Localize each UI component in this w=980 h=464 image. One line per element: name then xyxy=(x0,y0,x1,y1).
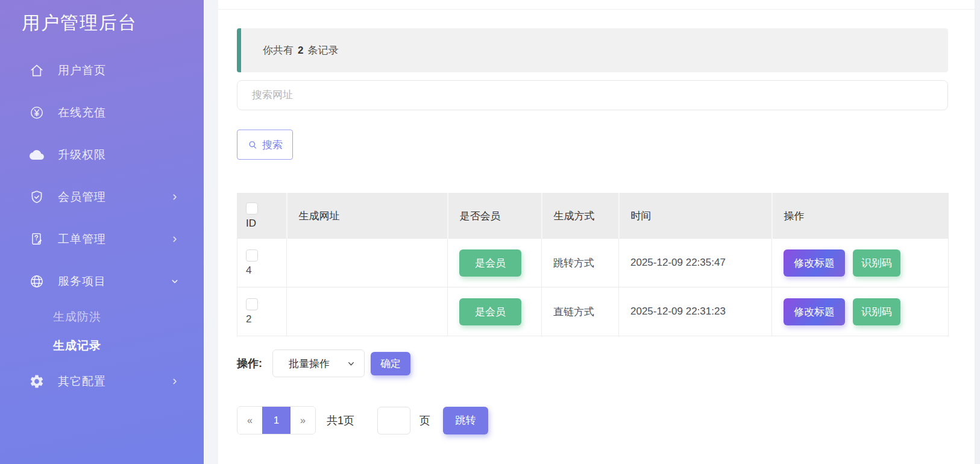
home-icon xyxy=(29,63,45,78)
row-checkbox[interactable] xyxy=(246,298,258,310)
header-id-label: ID xyxy=(246,218,256,230)
chevron-down-icon xyxy=(347,359,356,368)
member-status-badge: 是会员 xyxy=(459,298,521,325)
batch-label: 操作: xyxy=(237,356,262,371)
table-row: 2 是会员 直链方式 2025-12-09 22:31:23 修改标题 识别码 xyxy=(237,287,949,336)
cloud-icon xyxy=(29,147,45,163)
sidebar-item-recharge[interactable]: 在线充值 xyxy=(0,92,204,134)
row-url xyxy=(287,287,448,336)
sidebar-item-label: 服务项目 xyxy=(58,274,106,289)
current-page-button[interactable]: 1 xyxy=(262,407,291,434)
sidebar-item-label: 会员管理 xyxy=(58,189,106,205)
search-button[interactable]: 搜索 xyxy=(237,130,293,160)
row-member-cell: 是会员 xyxy=(448,239,542,287)
sidebar-item-work-orders[interactable]: 工单管理 xyxy=(0,218,204,260)
records-table: ID 生成网址 是否会员 生成方式 时间 操作 4 xyxy=(237,193,949,336)
identify-code-button[interactable]: 识别码 xyxy=(853,249,900,277)
sidebar-item-label: 其它配置 xyxy=(58,374,106,389)
search-input[interactable] xyxy=(237,80,948,110)
record-count-alert: 你共有 2 条记录 xyxy=(237,28,948,72)
alert-record-count: 2 xyxy=(298,45,303,57)
row-id-cell: 2 xyxy=(237,287,287,336)
sidebar-item-label: 升级权限 xyxy=(58,147,106,163)
prev-page-button[interactable]: « xyxy=(237,407,262,434)
header-url: 生成网址 xyxy=(287,193,448,239)
confirm-button[interactable]: 确定 xyxy=(371,352,410,375)
identify-code-button[interactable]: 识别码 xyxy=(853,298,900,325)
chevron-right-icon xyxy=(170,192,180,202)
row-time: 2025-12-09 22:35:47 xyxy=(619,239,772,287)
total-pages-label: 共1页 xyxy=(327,413,354,428)
sidebar-item-upgrade[interactable]: 升级权限 xyxy=(0,134,204,176)
row-url xyxy=(287,239,448,287)
globe-icon xyxy=(29,274,45,289)
sidebar-subitem-generate-flood[interactable]: 生成防洪 xyxy=(0,303,204,331)
sidebar-item-services[interactable]: 服务项目 xyxy=(0,260,204,303)
sidebar-item-label: 用户首页 xyxy=(58,63,106,78)
sidebar-item-label: 在线充值 xyxy=(58,105,106,121)
row-actions-cell: 修改标题 识别码 xyxy=(772,287,949,336)
header-actions: 操作 xyxy=(772,193,949,239)
row-member-cell: 是会员 xyxy=(448,287,542,336)
vertical-scrollbar[interactable] xyxy=(975,0,980,464)
row-checkbox[interactable] xyxy=(246,249,258,262)
gear-icon xyxy=(29,374,45,389)
edit-title-button[interactable]: 修改标题 xyxy=(784,298,845,325)
header-member: 是否会员 xyxy=(448,193,542,239)
chevron-right-icon xyxy=(170,234,180,244)
chevron-right-icon xyxy=(170,377,180,386)
row-id: 4 xyxy=(246,265,251,277)
page-group: « 1 » xyxy=(237,406,316,434)
page-suffix-label: 页 xyxy=(419,413,430,428)
jump-button[interactable]: 跳转 xyxy=(443,407,488,434)
search-icon xyxy=(247,139,259,151)
row-method: 直链方式 xyxy=(542,287,619,336)
sidebar: 用户管理后台 用户首页 在线充值 xyxy=(0,0,204,464)
sidebar-item-other-config[interactable]: 其它配置 xyxy=(0,360,204,403)
header-method: 生成方式 xyxy=(542,193,619,239)
sidebar-item-members[interactable]: 会员管理 xyxy=(0,176,204,218)
shield-check-icon xyxy=(29,189,45,205)
table-header-row: ID 生成网址 是否会员 生成方式 时间 操作 xyxy=(237,193,949,239)
alert-text-suffix: 条记录 xyxy=(307,43,338,57)
work-order-icon xyxy=(29,231,45,247)
sidebar-subitem-generate-records[interactable]: 生成记录 xyxy=(0,331,204,360)
content-area: 你共有 2 条记录 搜索 ID xyxy=(218,28,975,434)
sidebar-item-home[interactable]: 用户首页 xyxy=(0,49,204,92)
member-status-badge: 是会员 xyxy=(459,249,521,277)
batch-operation-select[interactable]: 批量操作 xyxy=(272,350,365,377)
header-time: 时间 xyxy=(619,193,772,239)
row-method: 跳转方式 xyxy=(542,239,619,287)
top-bar xyxy=(218,0,975,10)
pagination-bar: « 1 » 共1页 页 跳转 xyxy=(237,406,975,434)
page-jump-input[interactable] xyxy=(377,407,410,434)
sidebar-menu: 用户首页 在线充值 升级权限 xyxy=(0,49,204,403)
row-time: 2025-12-09 22:31:23 xyxy=(619,287,772,336)
batch-operations-bar: 操作: 批量操作 确定 xyxy=(237,350,975,377)
table-row: 4 是会员 跳转方式 2025-12-09 22:35:47 修改标题 识别码 xyxy=(237,239,949,287)
chevron-down-icon xyxy=(170,277,180,286)
sidebar-item-label: 工单管理 xyxy=(58,231,106,247)
select-all-checkbox[interactable] xyxy=(246,202,258,215)
row-actions-cell: 修改标题 识别码 xyxy=(772,239,949,287)
app-title: 用户管理后台 xyxy=(0,0,204,34)
edit-title-button[interactable]: 修改标题 xyxy=(784,249,845,277)
header-id-cell: ID xyxy=(237,193,287,239)
yen-circle-icon xyxy=(29,105,45,121)
batch-select-value: 批量操作 xyxy=(289,357,330,371)
main-content: 你共有 2 条记录 搜索 ID xyxy=(218,0,975,464)
next-page-button[interactable]: » xyxy=(291,407,315,434)
row-id-cell: 4 xyxy=(237,239,287,287)
search-button-label: 搜索 xyxy=(262,138,283,152)
alert-text-prefix: 你共有 xyxy=(263,43,294,57)
row-id: 2 xyxy=(246,313,251,325)
